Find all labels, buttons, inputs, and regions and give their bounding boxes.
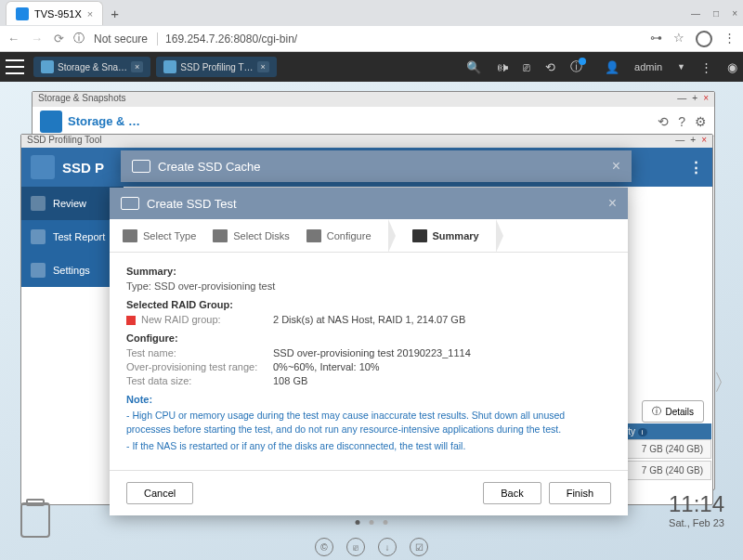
sync-icon[interactable]: ⟲ — [545, 60, 555, 74]
security-icon[interactable]: ⓘ — [73, 31, 85, 46]
dock-icon[interactable]: ⎚ — [346, 538, 365, 556]
info-icon: ⓘ — [652, 405, 661, 418]
task-label: Storage & Sna… — [58, 62, 127, 72]
chevron-down-icon[interactable]: ▼ — [677, 62, 685, 72]
disk-icon — [132, 160, 150, 173]
wizard-steps: Select Type Select Disks Configure Summa… — [110, 219, 628, 253]
volume-icon[interactable]: 🕪 — [496, 60, 508, 74]
url-text[interactable]: 169.254.7.26:8080/cgi-bin/ — [157, 33, 297, 46]
help-icon[interactable]: ? — [678, 114, 685, 129]
window-titlebar[interactable]: SSD Profiling Tool — + × — [21, 135, 712, 148]
close-tab-icon[interactable]: × — [87, 8, 93, 20]
browser-tab[interactable]: TVS-951X × — [6, 1, 103, 25]
hamburger-icon[interactable] — [6, 59, 24, 74]
dashboard-icon[interactable]: ◉ — [727, 60, 737, 74]
disk-row[interactable]: 7 GB (240 GB) — [619, 461, 711, 480]
disk-list: ity i 7 GB (240 GB) 7 GB (240 GB) — [619, 423, 711, 482]
cancel-button[interactable]: Cancel — [126, 482, 193, 504]
dock-icon[interactable]: ↓ — [378, 538, 397, 556]
key-icon[interactable]: ⊶ — [650, 31, 662, 47]
next-page-icon[interactable]: 〉 — [713, 368, 736, 397]
close-icon[interactable]: × — [703, 93, 709, 106]
more-icon[interactable]: ⋮ — [689, 159, 703, 176]
test-name-value: SSD over-provisioning test 20190223_1114 — [273, 347, 471, 358]
minimize-icon[interactable]: — — [677, 93, 686, 106]
dock: © ⎚ ↓ ☑ — [315, 538, 428, 556]
note-heading: Note: — [126, 394, 611, 405]
step-configure[interactable]: Configure — [306, 229, 372, 242]
account-icon[interactable] — [696, 31, 712, 47]
user-label[interactable]: admin — [634, 61, 662, 72]
back-button[interactable]: Back — [483, 482, 541, 504]
size-value: 108 GB — [273, 375, 307, 386]
modal-title: Create SSD Test — [147, 197, 237, 211]
configure-heading: Configure: — [126, 332, 611, 344]
range-key: Over-provisioning test range: — [126, 361, 273, 372]
browser-toolbar: ← → ⟳ ⓘ Not secure 169.254.7.26:8080/cgi… — [0, 26, 743, 52]
clipboard-icon — [31, 229, 46, 244]
range-value: 0%~60%, Interval: 10% — [273, 361, 380, 372]
task-close-icon[interactable]: × — [257, 61, 269, 72]
task-close-icon[interactable]: × — [131, 61, 143, 72]
close-icon[interactable]: × — [612, 158, 620, 175]
qts-topbar: Storage & Sna… × SSD Profiling T… × 🔍 🕪 … — [0, 52, 743, 82]
list-icon — [123, 229, 137, 242]
sidebar-item-test-reports[interactable]: Test Report — [21, 220, 124, 254]
devices-icon[interactable]: ⎚ — [523, 60, 530, 74]
window-titlebar[interactable]: Storage & Snapshots — + × — [33, 92, 714, 107]
close-icon[interactable]: × — [701, 135, 707, 148]
minimize-icon[interactable]: — — [691, 8, 700, 19]
create-ssd-test-modal: Create SSD Test × Select Type Select Dis… — [110, 188, 628, 515]
modal-footer: Cancel Back Finish — [110, 470, 628, 515]
step-select-disks[interactable]: Select Disks — [213, 229, 290, 242]
forward-icon: → — [31, 32, 43, 46]
task-profiling[interactable]: SSD Profiling T… × — [156, 57, 276, 77]
step-select-type[interactable]: Select Type — [123, 229, 196, 242]
trash-icon[interactable] — [20, 502, 50, 538]
details-label: Details — [665, 407, 694, 417]
maximize-icon[interactable]: + — [692, 93, 697, 106]
reload-icon[interactable]: ⟳ — [54, 32, 64, 46]
star-icon[interactable]: ☆ — [673, 31, 684, 47]
details-button[interactable]: ⓘ Details — [642, 400, 704, 423]
create-ssd-cache-modal: Create SSD Cache × — [121, 150, 632, 182]
finish-button[interactable]: Finish — [549, 482, 611, 504]
search-icon[interactable]: 🔍 — [466, 60, 481, 74]
gear-icon — [31, 263, 46, 278]
sidebar-item-label: Test Report — [53, 231, 105, 242]
app-title: SSD P — [62, 160, 104, 176]
browser-tab-strip: TVS-951X × + — □ × — [0, 0, 743, 26]
dock-icon[interactable]: ☑ — [410, 538, 428, 556]
more-icon[interactable]: ⋮ — [700, 60, 712, 74]
maximize-icon[interactable]: □ — [713, 8, 719, 19]
menu-icon[interactable]: ⋮ — [723, 31, 736, 47]
gear-icon[interactable]: ⚙ — [695, 114, 707, 129]
refresh-icon[interactable]: ⟲ — [658, 114, 669, 129]
modal-header[interactable]: Create SSD Test × — [110, 188, 628, 219]
user-icon[interactable]: 👤 — [605, 60, 619, 74]
minimize-icon[interactable]: — — [675, 135, 684, 148]
dock-icon[interactable]: © — [315, 538, 333, 556]
test-name-key: Test name: — [126, 347, 273, 358]
sidebar-item-settings[interactable]: Settings — [21, 254, 124, 287]
time-text: 11:14 — [669, 491, 724, 517]
page-indicator[interactable] — [356, 520, 388, 525]
date-text: Sat., Feb 23 — [669, 517, 724, 528]
new-tab-button[interactable]: + — [111, 6, 119, 21]
maximize-icon[interactable]: + — [690, 135, 696, 148]
sidebar-item-label: Review — [53, 198, 86, 209]
info-icon[interactable]: ⓘ — [570, 59, 590, 75]
disk-icon — [213, 229, 228, 242]
sidebar-item-review[interactable]: Review — [21, 187, 124, 220]
close-icon[interactable]: × — [732, 8, 737, 19]
back-icon[interactable]: ← — [7, 32, 20, 46]
app-logo-icon — [40, 111, 62, 133]
disk-row[interactable]: 7 GB (240 GB) — [619, 439, 711, 459]
type-line: Type: SSD over-provisioning test — [126, 280, 611, 292]
raid-color-icon — [126, 316, 136, 325]
step-summary[interactable]: Summary — [412, 229, 479, 242]
sidebar-item-label: Settings — [53, 265, 90, 276]
close-icon[interactable]: × — [608, 195, 617, 212]
task-storage[interactable]: Storage & Sna… × — [33, 57, 150, 77]
modal-header[interactable]: Create SSD Cache × — [121, 150, 632, 182]
